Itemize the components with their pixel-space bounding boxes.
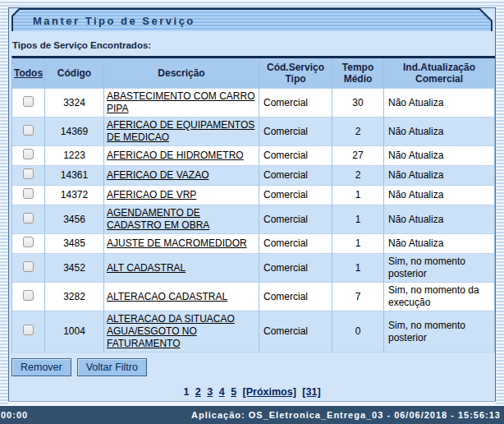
table-header-row: Todos Código Descrição Cód.Serviço Tipo … [12,58,495,89]
row-ind: Não Atualiza [384,166,495,186]
row-checkbox[interactable] [23,325,34,335]
service-types-table: Todos Código Descrição Cód.Serviço Tipo … [11,56,495,353]
row-checkbox-cell [12,311,45,353]
row-tipo: Comercial [259,146,332,166]
row-checkbox-cell [12,118,45,146]
row-checkbox-cell [12,283,45,311]
remover-button[interactable]: Remover [11,358,71,376]
row-tempo: 1 [332,205,384,234]
row-checkbox-cell [12,146,45,166]
voltar-filtro-button[interactable]: Voltar Filtro [77,358,147,376]
table-row: 3282 ALTERACAO CADASTRAL Comercial 7 Sim… [12,283,495,311]
table-row: 1223 AFERICAO DE HIDROMETRO Comercial 27… [12,146,495,166]
header-ind-atualizacao: Ind.Atualização Comercial [384,58,495,89]
select-all-link[interactable]: Todos [14,67,43,79]
table-row: 3485 AJUSTE DE MACROMEDIDOR Comercial 1 … [12,234,495,254]
pagination-page-3[interactable]: 3 [207,386,213,398]
row-codigo: 3485 [45,234,104,254]
row-tipo: Comercial [259,118,332,146]
pagination-page-5[interactable]: 5 [231,386,236,398]
row-tipo: Comercial [259,186,332,205]
row-tempo: 7 [332,283,384,311]
row-tempo: 1 [332,254,384,283]
row-descricao-link[interactable]: AFERICAO DE EQUIPAMENTOS DE MEDICAO [107,119,254,143]
row-checkbox-cell [12,186,45,205]
row-checkbox[interactable] [23,213,34,224]
row-codigo: 14361 [45,166,104,186]
row-descricao-cell: ALTERACAO DA SITUACAO AGUA/ESGOTO NO FAT… [104,311,259,353]
pagination-last-link[interactable]: [31] [302,386,320,398]
header-descricao: Descrição [104,58,259,89]
row-checkbox[interactable] [23,168,34,179]
status-bar: 00:00 Aplicação: OS_Eletronica_Entrega_0… [0,406,504,424]
row-tipo: Comercial [259,166,332,186]
row-checkbox[interactable] [23,149,34,159]
table-row: 3456 AGENDAMENTO DE CADASTRO EM OBRA Com… [12,205,495,234]
page-title-bar: Manter Tipo de Serviço [11,8,493,31]
row-checkbox-cell [12,254,45,283]
row-tempo: 0 [332,311,384,353]
row-descricao-link[interactable]: AFERICAO DE HIDROMETRO [107,150,244,161]
row-descricao-link[interactable]: ALT CADASTRAL [107,262,186,274]
row-ind: Não Atualiza [384,89,495,118]
status-application: Aplicação: OS_Eletronica_Entrega_03 - 06… [191,410,504,420]
row-descricao-link[interactable]: AFERICAO DE VRP [107,189,196,200]
row-tipo: Comercial [259,89,332,118]
header-cod-servico-tipo: Cód.Serviço Tipo [259,58,332,89]
row-descricao-cell: AFERICAO DE EQUIPAMENTOS DE MEDICAO [104,118,259,146]
row-ind: Não Atualiza [384,234,495,254]
content-area: Manter Tipo de Serviço Tipos de Serviço … [8,7,496,402]
row-ind: Sim, no momento da execução [384,283,495,311]
row-checkbox[interactable] [23,125,34,136]
row-codigo: 14372 [45,186,104,205]
row-ind: Sim, no momento posterior [384,254,495,283]
row-codigo: 3282 [45,283,104,311]
row-checkbox[interactable] [23,237,34,247]
table-row: 3452 ALT CADASTRAL Comercial 1 Sim, no m… [12,254,495,283]
row-checkbox-cell [12,166,45,186]
row-descricao-cell: AGENDAMENTO DE CADASTRO EM OBRA [104,205,259,234]
row-checkbox[interactable] [23,261,34,272]
row-descricao-cell: AJUSTE DE MACROMEDIDOR [104,234,259,254]
pagination-page-2[interactable]: 2 [195,386,201,398]
row-tempo: 30 [332,89,384,118]
row-descricao-link[interactable]: ALTERACAO DA SITUACAO AGUA/ESGOTO NO FAT… [107,313,235,349]
row-descricao-link[interactable]: AFERICAO DE VAZAO [107,169,208,181]
row-descricao-link[interactable]: AJUSTE DE MACROMEDIDOR [107,237,247,249]
row-tipo: Comercial [259,234,332,254]
results-label: Tipos de Serviço Encontrados: [12,40,495,50]
row-descricao-cell: ABASTECIMENTO COM CARRO PIPA [104,89,259,118]
row-tipo: Comercial [259,254,332,283]
row-tipo: Comercial [259,283,332,311]
row-codigo: 3452 [45,254,104,283]
row-checkbox-cell [12,89,45,118]
pagination-next-link[interactable]: [Próximos] [243,386,296,398]
row-checkbox[interactable] [23,290,34,301]
pagination-current-page: 1 [183,386,189,398]
page-title-bar-stripes: Manter Tipo de Serviço [13,10,491,31]
pagination-page-4[interactable]: 4 [219,386,225,398]
row-tipo: Comercial [259,205,332,234]
table-row: 3324 ABASTECIMENTO COM CARRO PIPA Comerc… [12,89,495,118]
row-checkbox-cell [12,205,45,234]
table-row: 1004 ALTERACAO DA SITUACAO AGUA/ESGOTO N… [12,311,495,353]
row-ind: Não Atualiza [384,205,495,234]
table-row: 14361 AFERICAO DE VAZAO Comercial 2 Não … [12,166,495,186]
row-tempo: 27 [332,146,384,166]
row-codigo: 1004 [45,311,104,353]
row-codigo: 3456 [45,205,104,234]
row-descricao-link[interactable]: ABASTECIMENTO COM CARRO PIPA [107,90,254,114]
pagination: 1 2 3 4 5 [Próximos] [31] [9,386,495,398]
row-codigo: 14369 [45,118,104,146]
page-title: Manter Tipo de Serviço [13,15,195,27]
row-descricao-link[interactable]: AGENDAMENTO DE CADASTRO EM OBRA [107,207,209,231]
row-descricao-link[interactable]: ALTERACAO CADASTRAL [107,291,227,302]
row-descricao-cell: AFERICAO DE VRP [104,186,259,205]
row-ind: Não Atualiza [384,186,495,205]
row-descricao-cell: ALT CADASTRAL [104,254,259,283]
row-codigo: 3324 [45,89,104,118]
row-checkbox[interactable] [23,96,34,107]
row-checkbox[interactable] [23,188,34,199]
action-buttons: Remover Voltar Filtro [11,358,495,376]
row-ind: Não Atualiza [384,146,495,166]
